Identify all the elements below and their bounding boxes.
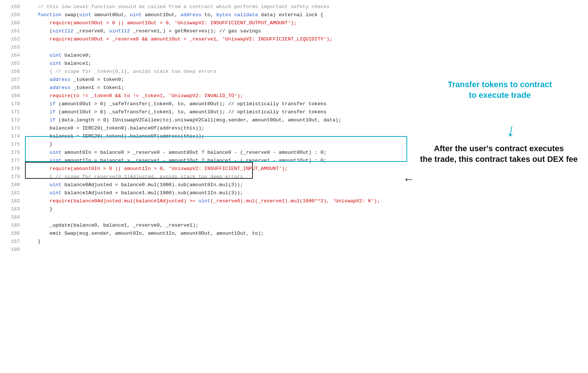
- line-number: 158: [0, 3, 26, 11]
- line-numbers: 1581591601611621631641651661671681691701…: [0, 0, 26, 373]
- code-segment: if: [50, 101, 55, 107]
- code-segment: require: [50, 198, 71, 204]
- code-segment: [26, 36, 50, 42]
- code-segment: balance1Adjusted = balance1.mul(1000).su…: [61, 190, 243, 196]
- line-number: 171: [0, 108, 26, 116]
- code-segment: function: [37, 12, 61, 18]
- line-number: 175: [0, 141, 26, 149]
- code-segment: address: [50, 85, 71, 90]
- line-number: 182: [0, 197, 26, 205]
- code-segment: _token1 = token1;: [71, 85, 124, 90]
- code-segment: (amount0Out > 0 || amount1Out > 0, 'Unis…: [71, 20, 297, 26]
- code-line: { // scope for _token{0,1}, avoids stack…: [26, 68, 588, 76]
- code-line: require(amount0Out > 0 || amount1Out > 0…: [26, 19, 588, 27]
- code-segment: amount1Out,: [142, 12, 180, 18]
- line-number: 187: [0, 238, 26, 246]
- code-line: { // scope for reserve{0,1}Adjusted, avo…: [26, 173, 588, 181]
- code-lines: // this low-level function should be cal…: [26, 0, 588, 373]
- code-segment: require: [50, 93, 71, 99]
- code-segment: (amount0Out < _reserve0 && amount1Out < …: [71, 36, 333, 42]
- line-number: 186: [0, 230, 26, 238]
- code-segment: [26, 77, 50, 82]
- code-segment: balance0;: [61, 53, 91, 58]
- code-line: // this low-level function should be cal…: [26, 3, 588, 11]
- code-segment: [26, 101, 50, 107]
- code-segment: (data.length > 0) IUniswapV2Callee(to).u…: [55, 117, 341, 123]
- code-line: balance1 = IERC20(_token1).balanceOf(add…: [26, 132, 588, 141]
- code-segment: }: [26, 239, 41, 244]
- code-line: address _token0 = token0;: [26, 76, 588, 84]
- code-segment: { // scope for reserve{0,1}Adjusted, avo…: [26, 174, 243, 180]
- code-segment: uint: [50, 158, 61, 163]
- code-segment: uint: [198, 198, 210, 204]
- code-line: uint balance0;: [26, 51, 588, 60]
- code-segment: _token0 = token0;: [71, 77, 124, 82]
- code-segment: emit Swap(msg.sender, amount0In, amount1…: [26, 231, 264, 236]
- code-segment: address: [180, 12, 201, 18]
- line-number: 179: [0, 173, 26, 181]
- code-segment: address: [50, 77, 71, 82]
- line-number: 169: [0, 92, 26, 100]
- code-line: if (amount0Out > 0) _safeTransfer(_token…: [26, 100, 588, 108]
- code-segment: to,: [201, 12, 216, 18]
- line-number: 188: [0, 246, 26, 254]
- line-number: 161: [0, 27, 26, 35]
- code-segment: require: [50, 20, 71, 26]
- code-segment: if: [50, 117, 55, 123]
- code-line: if (amount1Out > 0) _safeTransfer(_token…: [26, 108, 588, 116]
- line-number: 185: [0, 221, 26, 230]
- code-segment: (balance0Adjusted.mul(balance1Adjusted) …: [71, 198, 198, 204]
- code-line: address _token1 = token1;: [26, 84, 588, 92]
- code-line: }: [26, 205, 588, 213]
- code-line: emit Swap(msg.sender, amount0In, amount1…: [26, 230, 588, 238]
- line-number: 162: [0, 35, 26, 43]
- code-segment: if: [50, 109, 55, 115]
- code-segment: }: [26, 206, 53, 212]
- code-container: 1581591601611621631641651661671681691701…: [0, 0, 588, 373]
- code-segment: uint: [50, 150, 61, 155]
- code-line: if (data.length > 0) IUniswapV2Callee(to…: [26, 116, 588, 124]
- code-line: require(balance0Adjusted.mul(balance1Adj…: [26, 197, 588, 205]
- code-line: _update(balance0, balance1, _reserve0, _…: [26, 221, 588, 230]
- code-segment: require: [50, 36, 71, 42]
- code-line: [26, 43, 588, 51]
- code-segment: (amount0In > 0 || amount1In > 0, 'Uniswa…: [71, 166, 288, 171]
- code-segment: amount1In = balance1 > _reserve1 - amoun…: [61, 158, 326, 163]
- code-segment: uint: [50, 53, 61, 58]
- code-segment: _update(balance0, balance1, _reserve0, _…: [26, 223, 198, 228]
- code-segment: uint112: [109, 28, 130, 34]
- code-segment: amount0In = balance0 > _reserve0 - amoun…: [61, 150, 326, 155]
- code-segment: { // scope for _token{0,1}, avoids stack…: [26, 69, 216, 74]
- code-segment: balance0 = IERC20(_token0).balanceOf(add…: [26, 125, 204, 131]
- code-line: uint amount0In = balance0 > _reserve0 - …: [26, 149, 588, 157]
- code-segment: amount0Out,: [91, 12, 130, 18]
- line-number: 165: [0, 60, 26, 68]
- code-segment: _reserve1,) = getReserves(); // gas savi…: [130, 28, 261, 34]
- code-segment: [26, 150, 50, 155]
- code-line: balance0 = IERC20(_token0).balanceOf(add…: [26, 124, 588, 132]
- code-segment: [26, 166, 50, 171]
- line-number: 178: [0, 165, 26, 173]
- code-segment: [26, 190, 50, 196]
- code-segment: balance1;: [61, 61, 91, 66]
- code-segment: [26, 109, 50, 115]
- code-segment: bytes calldata: [216, 12, 258, 18]
- code-segment: data) external lock {: [258, 12, 323, 18]
- code-segment: _reserve0,: [74, 28, 109, 34]
- line-number: 176: [0, 149, 26, 157]
- code-segment: [26, 61, 50, 66]
- line-number: 168: [0, 84, 26, 92]
- code-segment: uint: [130, 12, 142, 18]
- code-line: require(amount0In > 0 || amount1In > 0, …: [26, 165, 588, 173]
- line-number: 173: [0, 124, 26, 132]
- code-segment: [26, 93, 50, 99]
- code-line: [26, 213, 588, 221]
- code-segment: balance1 = IERC20(_token1).balanceOf(add…: [26, 134, 204, 139]
- code-line: uint balance1Adjusted = balance1.mul(100…: [26, 189, 588, 197]
- code-segment: balance0Adjusted = balance0.mul(1000).su…: [61, 182, 243, 188]
- code-segment: uint: [79, 12, 91, 18]
- line-number: 167: [0, 76, 26, 84]
- code-segment: [26, 117, 50, 123]
- code-segment: // this low-level function should be cal…: [26, 4, 329, 10]
- code-line: [26, 246, 588, 254]
